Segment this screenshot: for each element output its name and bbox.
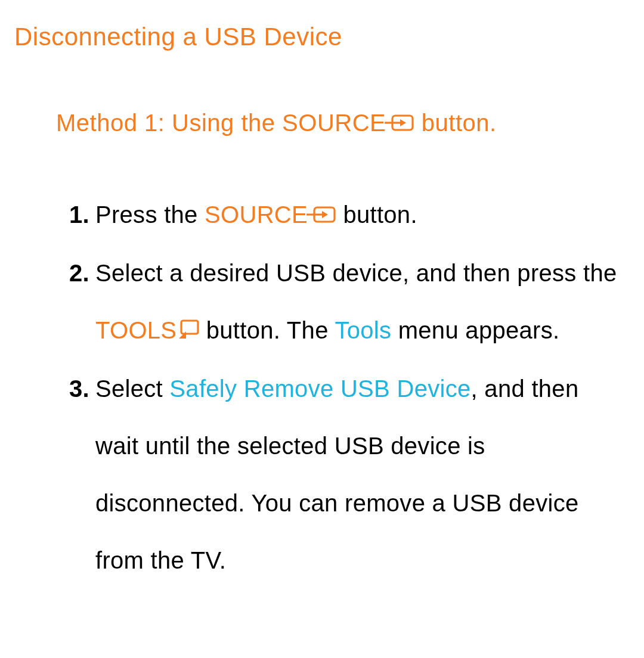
svg-marker-5 [322, 211, 328, 218]
step-2: 2. Select a desired USB device, and then… [69, 244, 618, 360]
step3-post: , and then wait until the selected USB d… [95, 375, 579, 573]
step1-post: button. [336, 201, 417, 228]
tools-icon [178, 303, 199, 360]
step2-post: menu appears. [391, 317, 559, 343]
step2-mid: button. The [199, 317, 335, 343]
step3-pre: Select [95, 375, 169, 402]
step-num: 2. [69, 244, 89, 360]
source-icon [306, 187, 336, 244]
step1-pre: Press the [95, 201, 205, 228]
svg-rect-6 [181, 321, 198, 334]
step2-tools: TOOLS [95, 317, 177, 343]
source-icon [385, 95, 414, 153]
method-heading-source: SOURCE [282, 110, 386, 136]
step-1: 1. Press the SOURCE button. [69, 186, 618, 244]
method-heading-post: button. [414, 110, 496, 136]
steps-list: 1. Press the SOURCE button. 2. Select a … [69, 186, 618, 589]
method-heading-pre: Method 1: Using the [56, 110, 282, 136]
method-heading: Method 1: Using the SOURCE button. [56, 94, 630, 153]
step-num: 3. [69, 360, 89, 589]
step-body: Select a desired USB device, and then pr… [95, 244, 618, 360]
svg-marker-2 [400, 119, 406, 126]
step-body: Select Safely Remove USB Device, and the… [95, 360, 618, 589]
step2-tools-menu: Tools [335, 317, 391, 343]
page-title: Disconnecting a USB Device [14, 23, 630, 51]
step2-pre: Select a desired USB device, and then pr… [95, 260, 617, 286]
step-num: 1. [69, 186, 89, 244]
step-body: Press the SOURCE button. [95, 186, 618, 244]
step3-safe: Safely Remove USB Device [169, 375, 470, 402]
step1-source: SOURCE [205, 201, 308, 228]
svg-marker-7 [179, 331, 186, 339]
step-3: 3. Select Safely Remove USB Device, and … [69, 360, 618, 589]
